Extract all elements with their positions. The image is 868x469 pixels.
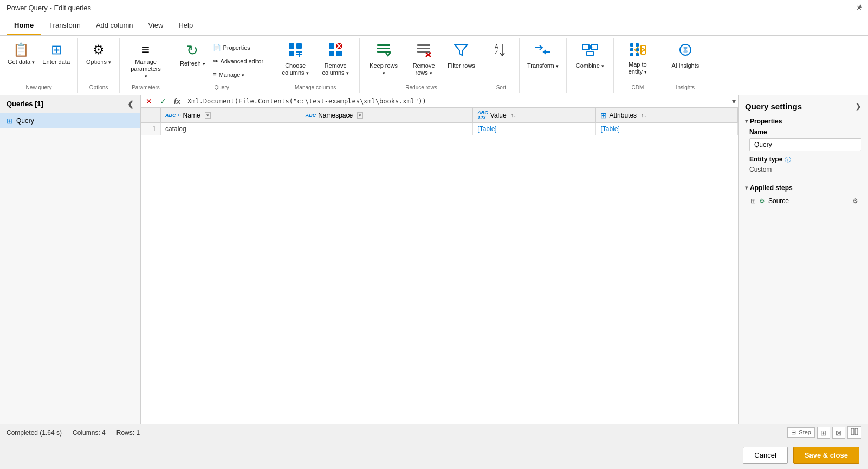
- keep-rows-icon: [376, 42, 391, 61]
- get-data-icon: 📋: [13, 42, 29, 57]
- svg-rect-2: [289, 51, 294, 56]
- step-source-gear-icon[interactable]: ⚙: [852, 197, 858, 205]
- query-settings-title: Query settings: [745, 102, 802, 111]
- remove-rows-icon: [416, 42, 431, 61]
- save-close-button[interactable]: Save & close: [793, 447, 859, 464]
- svg-rect-9: [336, 51, 342, 56]
- manage-parameters-button[interactable]: ≡ Manage parameters ▾: [124, 40, 167, 82]
- name-label: Name: [749, 128, 861, 136]
- svg-rect-17: [417, 51, 430, 53]
- combine-btn-label: Combine ▾: [576, 62, 604, 69]
- step-source-icon2: ⚙: [759, 197, 765, 205]
- applied-steps-label: Applied steps: [750, 184, 793, 192]
- col-ns-label: Namespace: [318, 112, 353, 119]
- tab-add-column[interactable]: Add column: [88, 16, 141, 35]
- remove-columns-label: Remove columns ▾: [319, 62, 352, 76]
- advanced-editor-button[interactable]: ✏ Advanced editor: [210, 55, 267, 67]
- center-panel: ✕ ✓ fx ▾ ABC C Name ▾: [141, 95, 738, 424]
- entity-type-value: Custom: [749, 166, 861, 173]
- right-panel: Query settings ❯ ▾ Properties Name Entit…: [738, 95, 868, 424]
- svg-rect-14: [377, 51, 390, 53]
- entity-type-info-icon[interactable]: ⓘ: [785, 155, 791, 165]
- options-button[interactable]: ⚙ Options ▾: [82, 40, 115, 78]
- ai-insights-icon: [677, 42, 694, 61]
- properties-button[interactable]: 📄 Properties: [210, 42, 254, 54]
- formula-input[interactable]: [185, 96, 730, 106]
- ribbon-group-parameters: ≡ Manage parameters ▾ Parameters: [120, 38, 172, 93]
- step-view-button[interactable]: ⊟ Step: [787, 427, 815, 438]
- tab-home[interactable]: Home: [7, 16, 41, 35]
- ribbon-collapse-button[interactable]: ▲: [857, 2, 864, 10]
- map-to-entity-icon: [629, 42, 646, 60]
- col-name-dropdown-icon[interactable]: ▾: [205, 112, 211, 119]
- view-icon-1[interactable]: ⊞: [817, 427, 830, 439]
- choose-columns-label: Choose columns ▾: [279, 62, 312, 76]
- step-source-icon1: ⊞: [750, 197, 756, 205]
- ribbon: 📋 Get data ▾ ⊞ Enter data New query ⚙ Op…: [0, 36, 868, 95]
- svg-rect-33: [636, 43, 639, 47]
- ai-insights-button[interactable]: AI insights: [666, 40, 704, 78]
- map-to-entity-button[interactable]: Map to entity ▾: [618, 40, 657, 78]
- enter-data-button[interactable]: ⊞ Enter data: [39, 40, 73, 78]
- filter-rows-button[interactable]: Filter rows: [444, 40, 478, 78]
- columns-count: Columns: 4: [73, 429, 106, 437]
- tab-help[interactable]: Help: [171, 16, 200, 35]
- name-input[interactable]: [749, 138, 861, 151]
- manage-parameters-label: Manage parameters ▾: [129, 58, 162, 80]
- query-item[interactable]: ⊞ Query: [0, 113, 140, 128]
- formula-cancel-button[interactable]: ✕: [143, 97, 155, 106]
- remove-columns-button[interactable]: Remove columns ▾: [316, 40, 355, 79]
- entity-type-row: Entity type ⓘ: [749, 155, 861, 165]
- sort-icon: A Z: [494, 42, 509, 60]
- tab-view[interactable]: View: [141, 16, 171, 35]
- col-name-type-icon2: C: [178, 113, 181, 117]
- transform-button[interactable]: Transform ▾: [524, 40, 562, 78]
- query-settings-header: Query settings ❯: [745, 102, 861, 111]
- entity-type-label: Entity type: [749, 155, 782, 163]
- col-ns-dropdown-icon[interactable]: ▾: [357, 112, 363, 119]
- row-attributes-cell[interactable]: [Table]: [596, 122, 738, 135]
- applied-steps-header[interactable]: ▾ Applied steps: [745, 184, 861, 192]
- expand-right-panel-button[interactable]: ❯: [855, 102, 861, 110]
- ribbon-group-options: ⚙ Options ▾ Options: [78, 38, 120, 93]
- svg-rect-13: [377, 48, 390, 49]
- collapse-panel-button[interactable]: ❮: [127, 100, 134, 108]
- refresh-button[interactable]: ↻ Refresh ▾: [177, 40, 209, 82]
- properties-section-header[interactable]: ▾ Properties: [745, 118, 861, 125]
- step-source-label: Source: [768, 197, 849, 205]
- row-value-cell[interactable]: [Table]: [473, 122, 596, 135]
- remove-rows-button[interactable]: Remove rows ▾: [404, 40, 443, 79]
- col-ns-type-icon: ABC: [306, 113, 316, 118]
- combine-button[interactable]: Combine ▾: [571, 40, 609, 78]
- svg-rect-32: [630, 53, 633, 56]
- options-label: Options ▾: [86, 58, 111, 66]
- tab-transform[interactable]: Transform: [41, 16, 88, 35]
- sort-button[interactable]: A Z: [488, 40, 515, 78]
- sort-group-label: Sort: [496, 84, 506, 90]
- formula-confirm-button[interactable]: ✓: [157, 97, 169, 106]
- step-source[interactable]: ⊞ ⚙ Source ⚙: [747, 195, 861, 207]
- formula-expand-button[interactable]: ▾: [732, 97, 736, 106]
- properties-label: Properties: [223, 44, 250, 51]
- manage-button[interactable]: ≡ Manage ▾: [210, 69, 248, 81]
- view-icon-3[interactable]: [847, 426, 861, 439]
- reduce-rows-group-label: Reduce rows: [405, 84, 437, 90]
- cancel-button[interactable]: Cancel: [743, 447, 787, 464]
- col-attr-label: Attributes: [609, 112, 637, 119]
- svg-rect-30: [630, 43, 633, 47]
- col-name-type-icon: ABC: [165, 113, 176, 118]
- left-panel: Queries [1] ❮ ⊞ Query: [0, 95, 141, 424]
- col-val-sort-icon[interactable]: ↑↓: [511, 112, 516, 118]
- col-attr-sort-icon[interactable]: ↑↓: [641, 112, 646, 118]
- keep-rows-button[interactable]: Keep rows ▾: [364, 40, 403, 79]
- keep-rows-label: Keep rows ▾: [367, 62, 400, 76]
- choose-columns-button[interactable]: Choose columns ▾: [276, 40, 315, 79]
- get-data-button[interactable]: 📋 Get data ▾: [4, 40, 38, 78]
- properties-section: ▾ Properties Name Entity type ⓘ Custom: [745, 118, 861, 178]
- svg-rect-39: [855, 428, 858, 435]
- ribbon-group-new-query: 📋 Get data ▾ ⊞ Enter data New query: [0, 38, 78, 93]
- advanced-editor-icon: ✏: [213, 57, 218, 65]
- view-icon-2[interactable]: ⊠: [832, 427, 845, 439]
- ribbon-group-sort: A Z Sort: [483, 38, 520, 93]
- transform-icon: [534, 42, 552, 61]
